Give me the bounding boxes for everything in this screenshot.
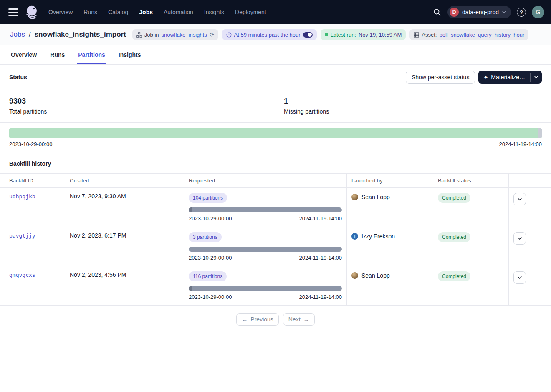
status-badge: Completed xyxy=(438,232,470,242)
nav-item-insights[interactable]: Insights xyxy=(204,9,224,15)
created-cell: Nov 2, 2023, 6:17 PM xyxy=(65,227,184,266)
main-nav: Overview Runs Catalog Jobs Automation In… xyxy=(48,9,266,15)
backfill-id-link[interactable]: udhpqjkb xyxy=(9,193,35,200)
backfill-id-link[interactable]: pavgtjjy xyxy=(9,233,35,239)
nav-item-deployment[interactable]: Deployment xyxy=(235,9,266,15)
partition-status-bar[interactable] xyxy=(9,128,542,138)
launched-by-name: Izzy Erekson xyxy=(361,233,395,240)
nav-right: D data-eng-prod ? G xyxy=(432,6,544,18)
run-status-dot-icon xyxy=(325,33,328,36)
backfill-range-start: 2023-10-29-00:00 xyxy=(189,255,232,261)
schedule-label: At 59 minutes past the hour xyxy=(234,32,301,38)
status-header: Status Show per-asset status ✦ Materiali… xyxy=(0,65,551,90)
tab-insights[interactable]: Insights xyxy=(118,45,142,64)
row-menu-button[interactable] xyxy=(513,193,526,205)
user-avatar[interactable]: G xyxy=(532,6,544,18)
job-location-link[interactable]: snowflake_insights xyxy=(162,32,207,38)
arrow-right-icon: → xyxy=(303,316,309,323)
backfill-range-end: 2024-11-19-14:00 xyxy=(299,215,342,222)
backfill-progress-bar[interactable] xyxy=(189,286,342,291)
partition-stats: 9303 Total partitions 1 Missing partitio… xyxy=(0,90,551,123)
table-row: pavgtjjy Nov 2, 2023, 6:17 PM 3 partitio… xyxy=(0,227,551,266)
total-partitions-stat: 9303 Total partitions xyxy=(0,90,277,122)
col-backfill-id: Backfill ID xyxy=(0,174,65,187)
status-title: Status xyxy=(9,74,27,81)
row-menu-button[interactable] xyxy=(513,232,526,245)
nav-item-catalog[interactable]: Catalog xyxy=(108,9,128,15)
range-end-label: 2024-11-19-14:00 xyxy=(499,141,542,147)
partitions-count-badge: 104 partitions xyxy=(189,193,227,203)
refresh-icon[interactable]: ⟳ xyxy=(210,32,214,38)
table-header-row: Backfill ID Created Requested Launched b… xyxy=(0,173,551,187)
chevron-down-icon xyxy=(502,11,506,13)
top-nav: Overview Runs Catalog Jobs Automation In… xyxy=(0,0,551,24)
status-actions: Show per-asset status ✦ Materialize… xyxy=(406,71,542,84)
materialize-label: Materialize… xyxy=(491,74,525,81)
status-badge: Completed xyxy=(438,193,470,203)
previous-label: Previous xyxy=(250,316,273,323)
nav-item-automation[interactable]: Automation xyxy=(164,9,193,15)
previous-page-button[interactable]: ← Previous xyxy=(236,313,278,326)
col-launched-by: Launched by xyxy=(346,174,433,187)
latest-run-link[interactable]: Nov 19, 10:59 AM xyxy=(359,32,402,38)
next-page-button[interactable]: Next → xyxy=(283,313,315,326)
row-menu-button[interactable] xyxy=(513,271,526,284)
schedule-badge: At 59 minutes past the hour xyxy=(222,29,317,40)
nav-item-overview[interactable]: Overview xyxy=(48,9,73,15)
deployment-name: data-eng-prod xyxy=(462,9,499,15)
tab-partitions[interactable]: Partitions xyxy=(77,45,106,64)
tab-overview[interactable]: Overview xyxy=(10,45,38,64)
job-location-badge: Job in snowflake_insights ⟳ xyxy=(132,29,218,40)
materialize-button[interactable]: ✦ Materialize… xyxy=(478,71,530,84)
chevron-down-icon xyxy=(518,276,522,279)
backfill-history-title: Backfill history xyxy=(0,154,551,173)
materialize-split-button: ✦ Materialize… xyxy=(478,71,542,84)
nav-item-jobs[interactable]: Jobs xyxy=(139,9,153,15)
job-tabs: Overview Runs Partitions Insights xyxy=(0,45,551,65)
help-icon[interactable]: ? xyxy=(517,8,526,17)
caret-down-icon xyxy=(534,76,538,78)
schedule-toggle[interactable] xyxy=(303,32,313,38)
arrow-left-icon: ← xyxy=(242,316,248,323)
asset-label: Asset: xyxy=(422,32,437,38)
partitions-count-badge: 3 partitions xyxy=(189,232,222,242)
partition-status-bar-section: 2023-10-29-00:00 2024-11-19-14:00 xyxy=(0,123,551,154)
missing-partitions-stat: 1 Missing partitions xyxy=(277,90,551,122)
asset-link[interactable]: poll_snowflake_query_history_hour xyxy=(439,32,524,38)
requested-cell: 116 partitions 2023-10-29-00:00 2024-11-… xyxy=(184,266,346,305)
failed-partition-marker xyxy=(506,128,506,138)
deployment-badge: D xyxy=(450,8,459,17)
requested-cell: 104 partitions 2023-10-29-00:00 2024-11-… xyxy=(184,188,346,227)
search-icon[interactable] xyxy=(432,8,442,17)
tab-runs[interactable]: Runs xyxy=(49,45,66,64)
table-row: udhpqjkb Nov 7, 2023, 9:30 AM 104 partit… xyxy=(0,187,551,227)
chevron-down-icon xyxy=(518,198,522,201)
created-cell: Nov 7, 2023, 9:30 AM xyxy=(65,188,184,227)
col-backfill-status: Backfill status xyxy=(433,174,508,187)
launched-by-cell: I Izzy Erekson xyxy=(351,232,428,240)
range-start-label: 2023-10-29-00:00 xyxy=(9,141,52,147)
dagster-logo-icon[interactable] xyxy=(23,4,40,20)
nav-item-runs[interactable]: Runs xyxy=(83,9,97,15)
requested-cell: 3 partitions 2023-10-29-00:00 2024-11-19… xyxy=(184,227,346,266)
show-per-asset-status-button[interactable]: Show per-asset status xyxy=(406,71,475,84)
backfill-range-start: 2023-10-29-00:00 xyxy=(189,215,232,222)
launched-by-name: Sean Lopp xyxy=(361,272,390,279)
pagination: ← Previous Next → xyxy=(0,306,551,333)
sparkle-icon: ✦ xyxy=(483,74,488,81)
backfill-progress-bar[interactable] xyxy=(189,207,342,212)
backfill-id-link[interactable]: gmqvgcxs xyxy=(9,272,35,278)
launched-by-name: Sean Lopp xyxy=(361,194,390,200)
page-title: snowflake_insights_import xyxy=(35,30,126,39)
backfill-range-end: 2024-11-19-14:00 xyxy=(299,255,342,261)
materialize-dropdown-button[interactable] xyxy=(531,71,542,84)
col-created: Created xyxy=(65,174,184,187)
launched-by-cell: Sean Lopp xyxy=(351,193,428,200)
user-avatar xyxy=(351,272,358,279)
menu-icon[interactable] xyxy=(8,8,18,16)
status-badge: Completed xyxy=(438,271,470,281)
backfill-progress-bar[interactable] xyxy=(189,247,342,252)
latest-run-badge: Latest run: Nov 19, 10:59 AM xyxy=(321,29,406,40)
deployment-switcher[interactable]: D data-eng-prod xyxy=(447,6,511,18)
breadcrumb-jobs-link[interactable]: Jobs xyxy=(10,30,25,39)
